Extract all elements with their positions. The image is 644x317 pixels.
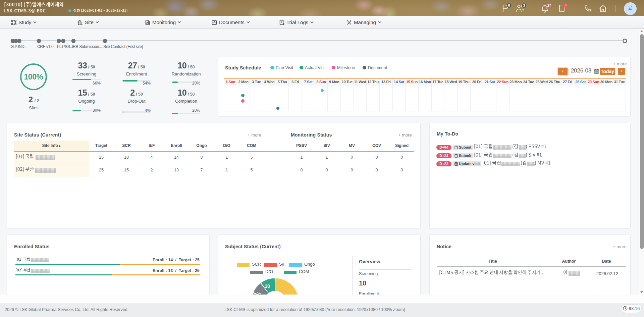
svg-text:10: 10 — [265, 283, 270, 289]
